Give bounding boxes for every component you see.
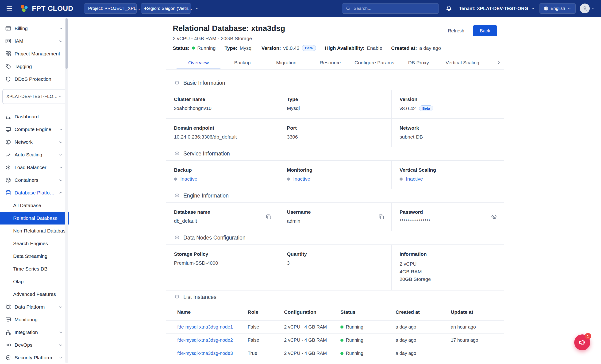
user-icon (582, 5, 588, 11)
tenant-dropdown[interactable]: Tenant: XPLAT-DEV-TEST-ORG (459, 6, 535, 11)
sidebar-item-label: Integration (15, 330, 55, 335)
sidebar-item-data-platform[interactable]: Data Platform (0, 301, 69, 313)
search-input[interactable] (354, 6, 435, 11)
chevron-down-icon (143, 6, 147, 11)
backup-status-link[interactable]: Inactive (180, 176, 197, 182)
refresh-button[interactable]: Refresh (443, 25, 470, 36)
globe-icon (543, 6, 549, 11)
sidebar-item-label: Network (15, 139, 55, 145)
announcements-fab[interactable]: 1 (574, 334, 590, 350)
tab-configure-params[interactable]: Configure Params (352, 56, 397, 69)
sidebar-subitem-relational-database[interactable]: Relational Database (0, 212, 69, 224)
chevron-down-icon (59, 140, 63, 144)
sidebar-item-containers[interactable]: Containers (0, 174, 69, 186)
database-icon (5, 190, 11, 196)
chevron-down-icon (59, 304, 63, 309)
running-dot (341, 352, 343, 355)
service-info-row: Backup Inactive Monitoring Inactive Vert… (166, 161, 504, 189)
data-nodes-row: Storage Policy Premium-SSD-4000 Quantity… (166, 245, 504, 291)
instance-name-link[interactable]: fde-mysql-xtna3dsg-node1 (177, 324, 248, 330)
tab-resource[interactable]: Resource (308, 56, 352, 69)
globe-icon (5, 139, 11, 145)
sidebar-scrollbar-thumb[interactable] (66, 18, 68, 69)
chevron-down-icon (59, 343, 63, 347)
tabs-scroll-right-button[interactable] (496, 56, 501, 69)
sidebar-item-compute-engine[interactable]: Compute Engine (0, 123, 69, 136)
vertical-scaling-status-link[interactable]: Inactive (406, 176, 423, 182)
sidebar-item-network[interactable]: Network (0, 136, 69, 148)
tab-vertical-scaling[interactable]: Vertical Scaling (441, 56, 484, 69)
page-subtitle: 2 vCPU - 4GB RAM - 20GB Storage (173, 36, 441, 41)
chevron-up-icon (59, 191, 63, 195)
instance-update-at: 17 hours ago (451, 337, 504, 343)
sidebar-item-devops[interactable]: DevOps (0, 339, 69, 351)
tab-overview[interactable]: Overview (177, 56, 220, 69)
sidebar-item-tagging[interactable]: Tagging (0, 60, 69, 73)
sidebar-item-load-balancer[interactable]: Load Balancer (0, 161, 69, 174)
brand-name: FPT CLOUD (32, 4, 73, 12)
sidebar-item-auto-scaling[interactable]: Auto Scaling (0, 148, 69, 161)
sidebar-subitem-all-database[interactable]: All Database (0, 199, 69, 212)
cluster-name-cell: Cluster name xoahoithongnv10 (166, 90, 279, 118)
copy-icon[interactable] (378, 214, 384, 220)
inactive-dot (174, 178, 177, 181)
chevron-right-icon (496, 60, 501, 66)
sidebar-item-billing[interactable]: Billing (0, 22, 69, 35)
sidebar-item-ddos-protection[interactable]: DDoS Protection (0, 73, 69, 85)
sidebar-subitem-advanced-features[interactable]: Advanced Features (0, 288, 69, 301)
sidebar-item-database-platform[interactable]: Database Platform (0, 186, 69, 199)
sidebar-subitem-data-streaming[interactable]: Data Streaming (0, 250, 69, 263)
sidebar-subitem-time-series-db[interactable]: Time Series DB (0, 263, 69, 275)
language-dropdown[interactable]: English (540, 3, 576, 14)
sidebar-item-label: IAM (15, 38, 55, 44)
tab-db-proxy[interactable]: DB Proxy (397, 56, 441, 69)
floor-selector-dropdown[interactable]: XPLAT-DEV-TEST-FLOOR... (2, 89, 66, 104)
chevron-down-icon (59, 26, 63, 31)
section-service-information: Service Information (166, 147, 504, 161)
instance-configuration: 2 vCPU - 4 GB RAM (284, 324, 341, 330)
monitoring-status-link[interactable]: Inactive (293, 176, 310, 182)
sidebar-item-project-management[interactable]: Project Management (0, 47, 69, 60)
instance-name-link[interactable]: fde-mysql-xtna3dsg-node3 (177, 351, 248, 356)
sidebar-item-integration[interactable]: Integration (0, 326, 69, 339)
sidebar-item-label: Compute Engine (15, 127, 55, 132)
sidebar-subitem-label: Advanced Features (13, 292, 56, 297)
running-dot (341, 325, 343, 329)
sidebar-subitem-search-engines[interactable]: Search Engines (0, 237, 69, 250)
column-header-name: Name (177, 309, 248, 315)
sidebar-subitem-olap[interactable]: Olap (0, 275, 69, 288)
notification-badge: 1 (585, 333, 591, 339)
sidebar-item-dashboard[interactable]: Dashboard (0, 110, 69, 123)
sidebar-subitem-non-relational-database[interactable]: Non-Relational Database (0, 224, 69, 237)
section-title: List Instances (183, 294, 216, 300)
sidebar-item-label: Billing (15, 26, 55, 31)
region-dropdown[interactable]: Region: Saigon (Vietn... (141, 3, 191, 14)
table-header-row: Name Role Configuration Status Created a… (166, 304, 504, 321)
sidebar-item-security-platform[interactable]: Security Platform (0, 351, 69, 364)
tab-migration[interactable]: Migration (264, 56, 308, 69)
instance-configuration: 2 vCPU - 4 GB RAM (284, 351, 341, 356)
storage-policy-cell: Storage Policy Premium-SSD-4000 (166, 245, 279, 290)
instance-status: Running (341, 351, 396, 356)
backup-cell: Backup Inactive (166, 161, 279, 189)
tab-backup[interactable]: Backup (220, 56, 264, 69)
menu-icon[interactable] (6, 5, 13, 12)
page-title: Relational Database: xtna3dsg (173, 24, 441, 33)
billing-icon (5, 25, 11, 31)
project-dropdown[interactable]: Project: PROJECT_XPL... (84, 3, 137, 14)
instance-name-link[interactable]: fde-mysql-xtna3dsg-node2 (177, 337, 248, 343)
brand-logo[interactable]: FPT CLOUD (19, 3, 73, 13)
chevron-down-icon (59, 127, 63, 132)
sidebar-item-iam[interactable]: IAM (0, 35, 69, 47)
status-row: Status: Running Type: Mysql Version: v8.… (173, 45, 441, 51)
copy-icon[interactable] (266, 214, 272, 220)
sidebar-item-monitoring[interactable]: Monitoring (0, 313, 69, 326)
sidebar-subitem-label: All Database (13, 203, 41, 208)
user-menu[interactable] (580, 3, 595, 13)
layers-icon (174, 193, 180, 199)
eye-off-icon[interactable] (491, 214, 497, 220)
back-button[interactable]: Back (473, 25, 497, 36)
type-cell: Type Mysql (279, 90, 391, 118)
instance-created-at: a day ago (396, 351, 451, 356)
notifications-bell-icon[interactable] (445, 5, 452, 12)
